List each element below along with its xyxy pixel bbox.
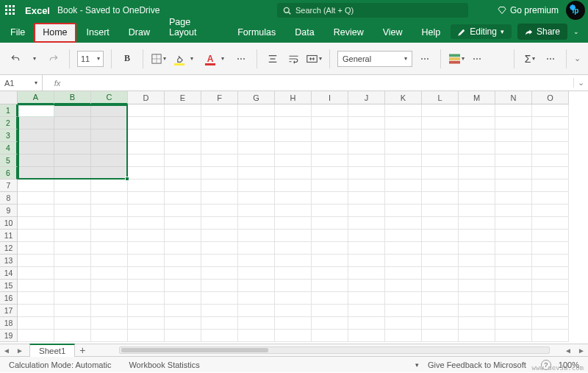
cell[interactable] [54,217,91,230]
cell[interactable] [532,267,569,280]
cell[interactable] [54,330,91,342]
cell[interactable] [312,104,348,117]
cell[interactable] [532,330,569,342]
cell[interactable] [91,142,128,154]
cell[interactable] [495,267,532,280]
cell[interactable] [312,267,348,280]
cell[interactable] [348,180,385,192]
cell[interactable] [238,129,275,142]
cell[interactable] [238,217,275,230]
cell[interactable] [54,230,91,242]
cell[interactable] [201,117,238,129]
cell[interactable] [312,305,348,317]
cell[interactable] [201,154,238,167]
cell[interactable] [18,317,54,330]
cell[interactable] [18,292,54,305]
cell[interactable] [422,142,459,154]
cell[interactable] [18,217,54,230]
cell[interactable] [275,192,312,205]
cell[interactable] [385,192,422,205]
editing-mode-button[interactable]: Editing ▾ [451,24,512,39]
cell[interactable] [459,154,495,167]
cell[interactable] [348,217,385,230]
row-header-13[interactable]: 13 [0,255,18,267]
cell[interactable] [54,104,91,117]
tab-help[interactable]: Help [413,23,450,43]
cell[interactable] [459,305,495,317]
cell[interactable] [348,305,385,317]
cell[interactable] [91,330,128,342]
cell[interactable] [532,292,569,305]
name-box[interactable]: A1▾ [0,75,43,90]
cell[interactable] [128,292,165,305]
col-header-M[interactable]: M [459,91,495,104]
cell[interactable] [54,305,91,317]
cell[interactable] [275,242,312,255]
tab-review[interactable]: Review [325,23,373,43]
cell[interactable] [495,230,532,242]
cell[interactable] [459,129,495,142]
cell[interactable] [385,255,422,267]
cell[interactable] [495,154,532,167]
cell[interactable] [348,330,385,342]
cell[interactable] [165,180,201,192]
row-header-6[interactable]: 6 [0,167,18,180]
cell[interactable] [275,255,312,267]
cell[interactable] [91,292,128,305]
cell[interactable] [385,217,422,230]
cell[interactable] [495,255,532,267]
cell[interactable] [312,292,348,305]
cell[interactable] [422,180,459,192]
cell[interactable] [348,267,385,280]
cell[interactable] [312,330,348,342]
cell[interactable] [91,242,128,255]
cell[interactable] [18,230,54,242]
cell[interactable] [165,292,201,305]
cell[interactable] [348,142,385,154]
tab-home[interactable]: Home [34,23,76,43]
status-menu-icon[interactable]: ▾ [415,361,419,369]
cell[interactable] [532,305,569,317]
row-header-15[interactable]: 15 [0,280,18,292]
cell[interactable] [422,154,459,167]
cell[interactable] [495,167,532,180]
cell[interactable] [385,305,422,317]
cell[interactable] [165,217,201,230]
sheet-nav-next[interactable]: ► [13,347,26,355]
cell[interactable] [91,217,128,230]
cell[interactable] [201,305,238,317]
conditional-format-button[interactable]: ▾ [448,51,465,67]
cell[interactable] [275,267,312,280]
cell[interactable] [348,104,385,117]
cell[interactable] [385,205,422,217]
cell[interactable] [18,267,54,280]
cell[interactable] [165,267,201,280]
cell[interactable] [532,205,569,217]
editing-more-button[interactable]: ⋯ [542,51,559,67]
scroll-right[interactable]: ► [575,347,588,355]
cell[interactable] [165,242,201,255]
cell[interactable] [54,180,91,192]
cell[interactable] [495,205,532,217]
cell[interactable] [459,330,495,342]
cell[interactable] [495,217,532,230]
cell[interactable] [459,242,495,255]
cell[interactable] [459,267,495,280]
cell[interactable] [348,192,385,205]
undo-dropdown[interactable]: ▾ [26,51,43,67]
cell[interactable] [201,167,238,180]
cell[interactable] [128,104,165,117]
col-header-A[interactable]: A [18,91,54,104]
cell[interactable] [54,129,91,142]
cell[interactable] [54,255,91,267]
borders-button[interactable]: ▾ [151,51,167,67]
cell[interactable] [18,117,54,129]
cell[interactable] [422,192,459,205]
cell[interactable] [54,142,91,154]
cell[interactable] [532,180,569,192]
cell[interactable] [128,180,165,192]
cell[interactable] [128,280,165,292]
cell[interactable] [238,154,275,167]
cell[interactable] [18,192,54,205]
cell[interactable] [275,217,312,230]
